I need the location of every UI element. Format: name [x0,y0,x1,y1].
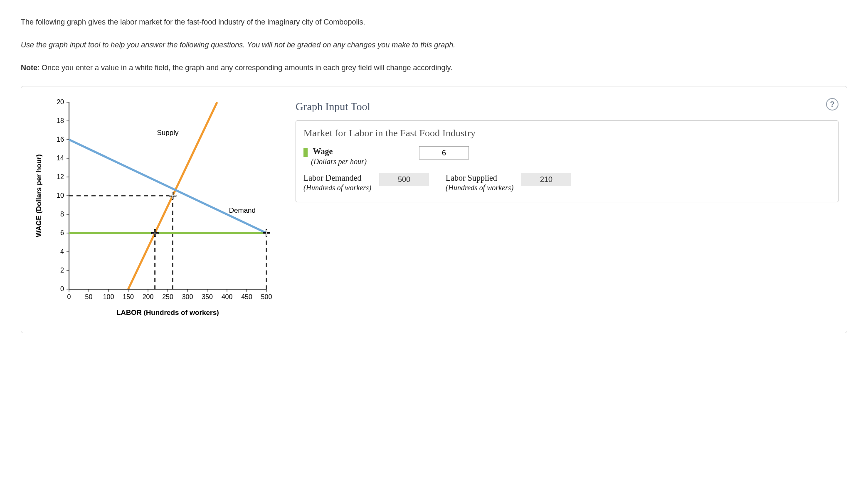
labor-demanded-value: 500 [379,173,429,186]
svg-text:6: 6 [60,229,64,236]
svg-text:20: 20 [57,98,64,106]
labor-market-chart[interactable]: 0501001502002503003504004505000246810121… [30,98,279,322]
svg-text:18: 18 [57,117,64,124]
market-title: Market for Labor in the Fast Food Indust… [303,128,831,139]
svg-text:350: 350 [202,293,213,300]
svg-text:100: 100 [103,293,114,300]
intro-text: The following graph gives the labor mark… [21,17,847,74]
labor-demanded-label: Labor Demanded (Hundreds of workers) [303,173,374,193]
wage-row: Wage (Dollars per hour) [303,146,831,166]
intro-p1: The following graph gives the labor mark… [21,17,847,28]
svg-text:50: 50 [85,293,93,300]
intro-p2: Use the graph input tool to help you ans… [21,39,847,51]
svg-text:4: 4 [60,248,64,255]
svg-text:0: 0 [60,285,64,292]
svg-text:400: 400 [222,293,233,300]
svg-text:12: 12 [57,173,64,180]
intro-note: Note: Once you enter a value in a white … [21,62,847,74]
svg-text:14: 14 [57,155,64,162]
svg-text:Supply: Supply [157,129,179,137]
svg-text:450: 450 [241,293,252,300]
svg-text:8: 8 [60,211,64,218]
svg-text:2: 2 [60,267,64,274]
wage-label: Wage (Dollars per hour) [303,146,412,166]
supply-col: Labor Supplied (Hundreds of workers) 210 [446,173,571,193]
svg-text:LABOR (Hundreds of workers): LABOR (Hundreds of workers) [116,309,219,317]
demand-col: Labor Demanded (Hundreds of workers) 500 [303,173,429,193]
wage-swatch-icon [303,148,308,157]
quantities-row: Labor Demanded (Hundreds of workers) 500… [303,173,831,193]
tool-panel: 0501001502002503003504004505000246810121… [21,86,847,333]
svg-text:10: 10 [57,192,64,199]
chart-container: 0501001502002503003504004505000246810121… [30,98,279,324]
labor-supplied-label: Labor Supplied (Hundreds of workers) [446,173,516,193]
svg-text:Demand: Demand [229,206,256,214]
help-icon[interactable]: ? [826,98,838,111]
market-panel: Market for Labor in the Fast Food Indust… [296,120,838,202]
wage-input[interactable] [419,146,469,160]
svg-text:150: 150 [123,293,134,300]
svg-text:500: 500 [261,293,272,300]
svg-text:16: 16 [57,136,64,143]
svg-text:200: 200 [143,293,154,300]
labor-supplied-value: 210 [521,173,571,186]
svg-text:0: 0 [67,293,71,300]
panel-title: Graph Input Tool [296,101,838,113]
svg-text:250: 250 [162,293,173,300]
svg-text:WAGE (Dollars per hour): WAGE (Dollars per hour) [35,154,43,237]
svg-line-54 [69,140,266,233]
svg-text:300: 300 [182,293,193,300]
input-panel: ? Graph Input Tool Market for Labor in t… [296,98,838,324]
